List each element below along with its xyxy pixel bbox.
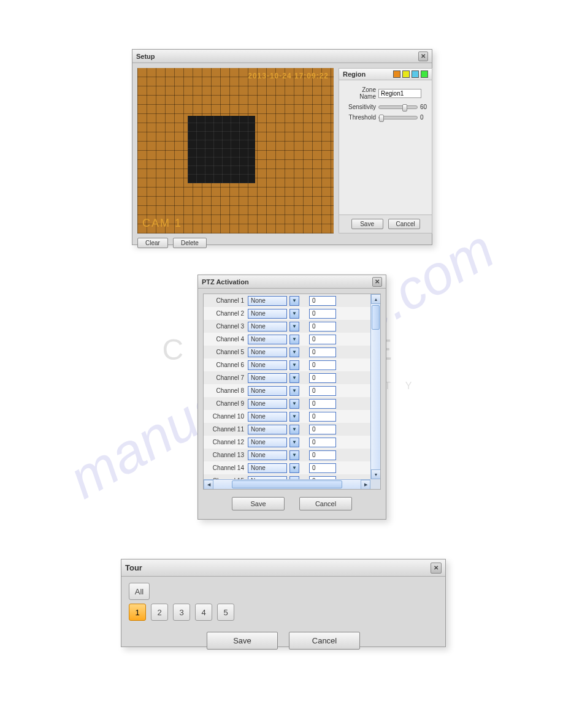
ptz-value-input[interactable]: 0 (309, 347, 336, 357)
ptz-type-select[interactable]: None (248, 296, 287, 306)
vscroll-thumb[interactable] (372, 305, 380, 330)
ptz-save-button[interactable]: Save (232, 497, 285, 510)
ptz-value-input[interactable]: 0 (309, 463, 336, 473)
ptz-channel-row: Channel 3None▼0 (204, 320, 370, 333)
clear-button[interactable]: Clear (137, 238, 168, 248)
video-grid[interactable]: 2013-10-24 17:09:22 CAM 1 (137, 68, 334, 233)
scroll-down-button[interactable]: ▼ (371, 469, 381, 479)
ptz-channel-row: Channel 6None▼0 (204, 358, 370, 371)
ptz-type-select[interactable]: None (248, 386, 287, 396)
tour-item-3[interactable]: 3 (173, 604, 190, 621)
scroll-left-button[interactable]: ◀ (204, 480, 213, 490)
tour-item-5[interactable]: 5 (217, 604, 234, 621)
ptz-type-select[interactable]: None (248, 360, 287, 370)
ptz-value-input[interactable]: 0 (309, 309, 336, 319)
dropdown-icon[interactable]: ▼ (289, 309, 299, 319)
ptz-channel-label: Channel 7 (210, 374, 248, 381)
ptz-channel-row: Channel 5None▼0 (204, 346, 370, 358)
dropdown-icon[interactable]: ▼ (289, 386, 299, 396)
tour-close-button[interactable]: ✕ (431, 563, 442, 574)
setup-dialog: Setup ✕ 2013-10-24 17:09:22 CAM 1 Clear … (132, 49, 432, 245)
ptz-value-input[interactable]: 0 (309, 399, 336, 409)
dropdown-icon[interactable]: ▼ (289, 360, 299, 370)
region-color-swatch-2[interactable] (402, 70, 410, 78)
threshold-label: Threshold (344, 114, 376, 121)
ptz-type-select[interactable]: None (248, 399, 287, 409)
dropdown-icon[interactable]: ▼ (289, 322, 299, 332)
horizontal-scrollbar[interactable]: ◀ ▶ (204, 479, 370, 489)
region-cancel-button[interactable]: Cancel (388, 219, 420, 229)
ptz-type-select[interactable]: None (248, 373, 287, 383)
video-timestamp: 2013-10-24 17:09:22 (248, 72, 329, 80)
setup-close-button[interactable]: ✕ (418, 51, 428, 61)
dropdown-icon[interactable]: ▼ (289, 412, 299, 422)
ptz-titlebar: PTZ Activation ✕ (198, 275, 386, 289)
ptz-value-input[interactable]: 0 (309, 386, 336, 396)
scroll-right-button[interactable]: ▶ (361, 480, 370, 490)
ptz-type-select[interactable]: None (248, 438, 287, 447)
hscroll-thumb[interactable] (232, 480, 342, 488)
dropdown-icon[interactable]: ▼ (289, 296, 299, 306)
dropdown-icon[interactable]: ▼ (289, 399, 299, 409)
dropdown-icon[interactable]: ▼ (289, 425, 299, 434)
zone-name-input[interactable] (378, 89, 421, 98)
zone-name-label: Zone Name (344, 86, 376, 100)
ptz-type-select[interactable]: None (248, 450, 287, 460)
tour-all-button[interactable]: All (129, 583, 150, 600)
sensitivity-slider[interactable] (378, 105, 418, 109)
ptz-type-select[interactable]: None (248, 335, 287, 344)
ptz-channel-row: Channel 10None▼0 (204, 410, 370, 423)
ptz-value-input[interactable]: 0 (309, 450, 336, 460)
region-color-swatch-4[interactable] (421, 70, 428, 78)
region-color-swatch-1[interactable] (393, 70, 400, 78)
tour-save-button[interactable]: Save (207, 632, 278, 650)
ptz-type-select[interactable]: None (248, 309, 287, 319)
scroll-up-button[interactable]: ▲ (371, 294, 381, 304)
ptz-type-select[interactable]: None (248, 347, 287, 357)
dropdown-icon[interactable]: ▼ (289, 335, 299, 344)
sensitivity-label: Sensitivity (344, 104, 376, 110)
tour-cancel-button[interactable]: Cancel (289, 632, 360, 650)
tour-item-4[interactable]: 4 (195, 604, 212, 621)
ptz-type-select[interactable]: None (248, 425, 287, 434)
ptz-channel-label: Channel 5 (210, 349, 248, 355)
dropdown-icon[interactable]: ▼ (289, 463, 299, 473)
delete-button[interactable]: Delete (173, 238, 207, 248)
threshold-slider[interactable] (378, 116, 418, 119)
ptz-channel-label: Channel 1 (210, 297, 248, 304)
dropdown-icon[interactable]: ▼ (289, 450, 299, 460)
ptz-value-input[interactable]: 0 (309, 360, 336, 370)
region-color-swatch-3[interactable] (412, 70, 419, 78)
ptz-value-input[interactable]: 0 (309, 412, 336, 422)
vertical-scrollbar[interactable]: ▲ ▼ (370, 294, 380, 479)
ptz-value-input[interactable]: 0 (309, 335, 336, 344)
ptz-value-input[interactable]: 0 (309, 438, 336, 447)
ptz-close-button[interactable]: ✕ (372, 277, 382, 287)
dropdown-icon[interactable]: ▼ (289, 373, 299, 383)
ptz-value-input[interactable]: 0 (309, 322, 336, 332)
ptz-type-select[interactable]: None (248, 463, 287, 473)
ptz-channel-label: Channel 3 (210, 323, 248, 330)
region-save-button[interactable]: Save (351, 219, 383, 229)
ptz-value-input[interactable]: 0 (309, 373, 336, 383)
ptz-type-select[interactable]: None (248, 412, 287, 422)
ptz-channel-row: Channel 12None▼0 (204, 436, 370, 449)
dropdown-icon[interactable]: ▼ (289, 438, 299, 447)
tour-item-2[interactable]: 2 (151, 604, 168, 621)
ptz-channel-row: Channel 13None▼0 (204, 449, 370, 461)
ptz-channel-row: Channel 14None▼0 (204, 461, 370, 474)
ptz-cancel-button[interactable]: Cancel (299, 497, 352, 510)
ptz-value-input[interactable]: 0 (309, 425, 336, 434)
setup-title: Setup (136, 53, 155, 60)
tour-item-1[interactable]: 1 (129, 604, 146, 621)
ptz-channel-label: Channel 2 (210, 310, 248, 317)
ptz-channel-row: Channel 15None▼0 (204, 474, 370, 479)
dropdown-icon[interactable]: ▼ (289, 347, 299, 357)
ptz-type-select[interactable]: None (248, 322, 287, 332)
selected-region[interactable] (188, 116, 255, 183)
region-header: Region (343, 70, 366, 78)
threshold-value: 0 (420, 114, 424, 121)
ptz-channel-row: Channel 9None▼0 (204, 397, 370, 410)
ptz-value-input[interactable]: 0 (309, 296, 336, 306)
ptz-title: PTZ Activation (202, 278, 249, 286)
